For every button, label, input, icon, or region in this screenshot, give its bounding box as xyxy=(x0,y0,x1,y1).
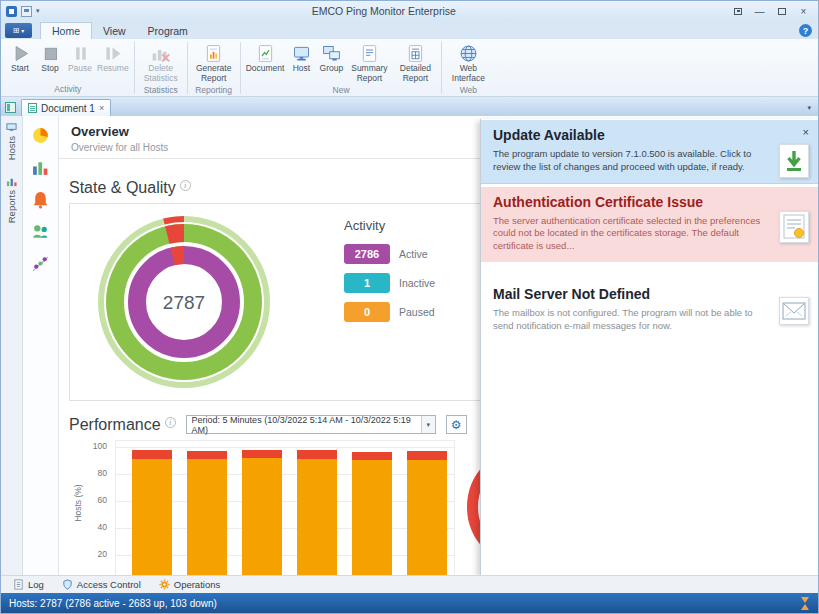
tab-view[interactable]: View xyxy=(92,23,137,39)
stop-button[interactable]: Stop xyxy=(35,42,65,75)
ribbon-separator xyxy=(134,42,135,94)
maximize-button[interactable] xyxy=(772,4,791,18)
info-icon[interactable]: i xyxy=(180,180,191,191)
performance-heading: Performance i xyxy=(69,416,176,434)
period-dropdown-icon[interactable]: ▾ xyxy=(421,416,435,433)
notification-body: The program update to version 7.1.0.500 … xyxy=(493,148,806,174)
quick-access-icon[interactable] xyxy=(21,6,32,17)
document-tab-close-icon[interactable]: × xyxy=(99,103,104,113)
pie-chart-view-icon[interactable] xyxy=(31,126,50,145)
delete-statistics-button[interactable]: Delete Statistics xyxy=(138,42,184,85)
chart-settings-button[interactable]: ⚙ xyxy=(446,415,467,434)
notification-title: Authentication Certificate Issue xyxy=(493,194,806,210)
new-document-icon xyxy=(255,43,276,64)
active-count-badge: 2786 xyxy=(344,244,390,264)
tab-program[interactable]: Program xyxy=(137,23,199,39)
tab-list-dropdown-icon[interactable]: ▾ xyxy=(807,104,814,112)
help-button[interactable]: ? xyxy=(799,24,812,37)
notification-update-available[interactable]: Update Available × The program update to… xyxy=(481,120,818,184)
bottom-tab-log[interactable]: Log xyxy=(5,577,52,593)
application-menu-button[interactable]: ⊞ ▾ xyxy=(5,23,32,38)
resume-button[interactable]: Resume xyxy=(95,42,131,75)
summary-report-icon xyxy=(359,43,380,64)
ribbon-separator xyxy=(240,42,241,94)
window-controls: — × xyxy=(728,4,818,18)
y-tick: 40 xyxy=(85,522,107,532)
close-button[interactable]: × xyxy=(794,4,813,18)
detailed-report-button[interactable]: Detailed Report xyxy=(392,42,438,85)
new-group-button[interactable]: Group xyxy=(316,42,346,75)
download-icon[interactable] xyxy=(779,144,809,178)
performance-chart: Hosts (%) 100 80 60 40 20 xyxy=(71,440,471,575)
bar-chart-view-icon[interactable] xyxy=(31,158,50,177)
app-logo-icon[interactable] xyxy=(6,6,17,17)
y-axis-label: Hosts (%) xyxy=(73,472,83,534)
ribbon: Start Stop Pause Resume Activity xyxy=(1,39,818,97)
legend-row-paused: 0 Paused xyxy=(344,302,435,322)
new-document-button[interactable]: Document xyxy=(244,42,287,75)
y-tick: 20 xyxy=(85,549,107,559)
pause-button[interactable]: Pause xyxy=(65,42,95,75)
maximize-icon xyxy=(778,8,786,15)
operations-gear-icon xyxy=(159,579,170,590)
y-tick: 100 xyxy=(85,441,107,451)
legend-row-inactive: 1 Inactive xyxy=(344,273,435,293)
gear-icon: ⚙ xyxy=(451,418,462,432)
web-interface-icon xyxy=(458,43,479,64)
ribbon-tab-strip: ⊞ ▾ Home View Program ? xyxy=(1,21,818,39)
new-group-icon xyxy=(321,43,342,64)
access-control-icon xyxy=(62,579,73,590)
notification-body: The server authentication certificate se… xyxy=(493,215,806,253)
notification-panel: Update Available × The program update to… xyxy=(480,119,818,575)
ribbon-group-new: Document Host Group Summary Report Detai… xyxy=(242,40,441,96)
alerts-bell-view-icon[interactable] xyxy=(31,190,50,209)
app-menu-dropdown-icon: ▾ xyxy=(21,27,24,34)
quality-scatter-view-icon[interactable] xyxy=(31,254,50,273)
new-host-button[interactable]: Host xyxy=(286,42,316,75)
period-select-value: Period: 5 Minutes (10/3/2022 5:14 AM - 1… xyxy=(192,415,421,435)
donut-total-label: 2787 xyxy=(163,292,205,313)
bottom-panel-tabs: Log Access Control Operations xyxy=(1,575,818,593)
performance-bar xyxy=(132,450,172,575)
ribbon-separator xyxy=(187,42,188,94)
ribbon-separator xyxy=(441,42,442,94)
hosts-status-view-icon[interactable] xyxy=(31,222,50,241)
title-bar: ▾ EMCO Ping Monitor Enterprise — × xyxy=(1,1,818,21)
document-tab[interactable]: Document 1 × xyxy=(21,99,111,116)
mail-icon[interactable] xyxy=(779,297,809,325)
close-icon[interactable]: × xyxy=(803,126,809,138)
sidebar-tab-reports[interactable]: Reports xyxy=(6,176,17,223)
generate-report-icon xyxy=(203,43,224,64)
pin-window-button[interactable] xyxy=(728,4,747,18)
notification-certificate-issue[interactable]: Authentication Certificate Issue The ser… xyxy=(481,187,818,262)
document-tab-bar: Document 1 × ▾ xyxy=(1,97,818,116)
hourglass-icon xyxy=(801,597,810,610)
bottom-tab-access-control[interactable]: Access Control xyxy=(54,577,149,593)
paused-count-badge: 0 xyxy=(344,302,390,322)
web-interface-button[interactable]: Web Interface xyxy=(445,42,491,85)
info-icon[interactable]: i xyxy=(165,417,176,428)
side-tab-strip: Hosts Reports xyxy=(1,116,23,575)
bottom-tab-operations[interactable]: Operations xyxy=(151,577,228,593)
notification-mail-server[interactable]: Mail Server Not Defined The mailbox is n… xyxy=(481,279,818,342)
minimize-button[interactable]: — xyxy=(750,4,769,18)
group-label-new: New xyxy=(242,85,441,97)
period-select[interactable]: Period: 5 Minutes (10/3/2022 5:14 AM - 1… xyxy=(186,415,436,434)
generate-report-button[interactable]: Generate Report xyxy=(191,42,237,85)
view-icon-strip xyxy=(23,116,59,575)
document-tab-icon xyxy=(28,103,37,113)
panel-toggle-icon[interactable] xyxy=(5,102,16,113)
notification-body: The mailbox is not configured. The progr… xyxy=(493,307,806,333)
certificate-icon[interactable] xyxy=(779,211,809,243)
summary-report-button[interactable]: Summary Report xyxy=(346,42,392,85)
gridline xyxy=(116,447,454,448)
group-label-statistics: Statistics xyxy=(136,85,186,97)
sidebar-tab-hosts[interactable]: Hosts xyxy=(6,122,17,160)
tab-home[interactable]: Home xyxy=(40,22,92,39)
stop-icon xyxy=(40,43,61,64)
start-button[interactable]: Start xyxy=(5,42,35,75)
performance-bar xyxy=(242,450,282,575)
pause-icon xyxy=(70,43,91,64)
ribbon-group-web: Web Interface Web xyxy=(443,40,493,96)
app-window: ▾ EMCO Ping Monitor Enterprise — × ⊞ ▾ H… xyxy=(0,0,819,614)
